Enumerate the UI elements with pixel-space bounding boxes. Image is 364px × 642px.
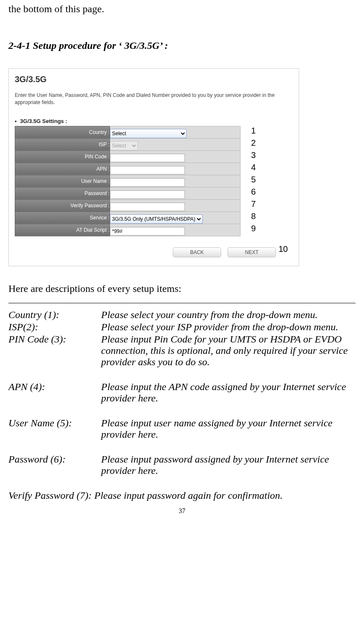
desc-country: Please select your country from the drop…	[101, 309, 356, 321]
desc-verify: Verify Password (7): Please input passwo…	[8, 490, 356, 501]
callout-6: 6	[251, 187, 256, 197]
label-dial: AT Dial Script :	[15, 224, 110, 236]
label-user: User Name :	[15, 175, 110, 187]
label-password: Password :	[15, 187, 110, 199]
term-pass: Password (6):	[8, 454, 101, 477]
callout-10: 10	[278, 244, 288, 254]
row-isp: ISP : Select	[15, 138, 241, 150]
row-country: Country : Select	[15, 126, 241, 138]
term-pin: PIN Code (3):	[8, 334, 101, 369]
next-button[interactable]: NEXT	[228, 247, 276, 257]
row-service: Service : 3G/3.5G Only (UMTS/HSPA/HSDPA)	[15, 211, 241, 224]
callout-9: 9	[251, 224, 256, 233]
label-country: Country :	[15, 126, 110, 138]
desc-user: Please input user name assigned by your …	[101, 417, 356, 441]
term-user: User Name (5):	[8, 417, 101, 441]
row-verify: Verify Password :	[15, 199, 241, 211]
screenshot-description: Enter the User Name, Password, APN, PIN …	[15, 92, 299, 106]
page-top-fragment: the bottom of this page.	[8, 3, 356, 15]
pin-input[interactable]	[110, 154, 185, 162]
section-heading: 2-4-1 Setup procedure for ‘ 3G/3.5G’ :	[8, 40, 356, 51]
callout-2: 2	[251, 138, 256, 148]
definitions-list: Country (1): Please select your country …	[8, 309, 356, 477]
label-pin: PIN Code :	[15, 150, 110, 163]
divider	[8, 303, 356, 303]
label-apn: APN :	[15, 163, 110, 175]
label-verify: Verify Password :	[15, 199, 110, 211]
dial-input[interactable]	[110, 227, 185, 235]
desc-apn: Please input the APN code assigned by yo…	[101, 381, 356, 405]
settings-table: Country : Select ISP : Select PIN Code :…	[15, 126, 241, 236]
term-isp: ISP(2):	[8, 321, 101, 334]
password-input[interactable]	[110, 190, 185, 199]
row-user: User Name :	[15, 175, 241, 187]
row-apn: APN :	[15, 163, 241, 175]
desc-isp: Please select your ISP provider from the…	[101, 321, 356, 334]
callout-7: 7	[251, 199, 256, 209]
desc-pass: Please input password assigned by your I…	[101, 454, 356, 477]
settings-subheading: 3G/3.5G Settings :	[15, 118, 299, 124]
config-screenshot: 3G/3.5G Enter the User Name, Password, A…	[8, 68, 299, 266]
row-pin: PIN Code :	[15, 150, 241, 163]
term-country: Country (1):	[8, 309, 101, 321]
callout-8: 8	[251, 211, 256, 221]
row-dial: AT Dial Script :	[15, 224, 241, 236]
verify-input[interactable]	[110, 203, 185, 211]
callout-5: 5	[251, 175, 256, 185]
service-select[interactable]: 3G/3.5G Only (UMTS/HSPA/HSDPA)	[110, 214, 203, 224]
back-button[interactable]: BACK	[173, 247, 221, 257]
callout-1: 1	[251, 126, 256, 136]
apn-input[interactable]	[110, 166, 185, 174]
desc-pin: Please input Pin Code for your UMTS or H…	[101, 334, 356, 369]
user-input[interactable]	[110, 178, 185, 187]
label-isp: ISP :	[15, 138, 110, 150]
isp-select[interactable]: Select	[110, 141, 138, 150]
callout-3: 3	[251, 150, 256, 160]
row-password: Password :	[15, 187, 241, 199]
descriptions-intro: Here are descriptions of every setup ite…	[8, 283, 356, 294]
screenshot-title: 3G/3.5G	[15, 75, 299, 84]
callout-4: 4	[251, 163, 256, 172]
country-select[interactable]: Select	[110, 129, 187, 138]
term-apn: APN (4):	[8, 381, 101, 405]
label-service: Service :	[15, 211, 110, 224]
page-number: 37	[8, 507, 356, 515]
